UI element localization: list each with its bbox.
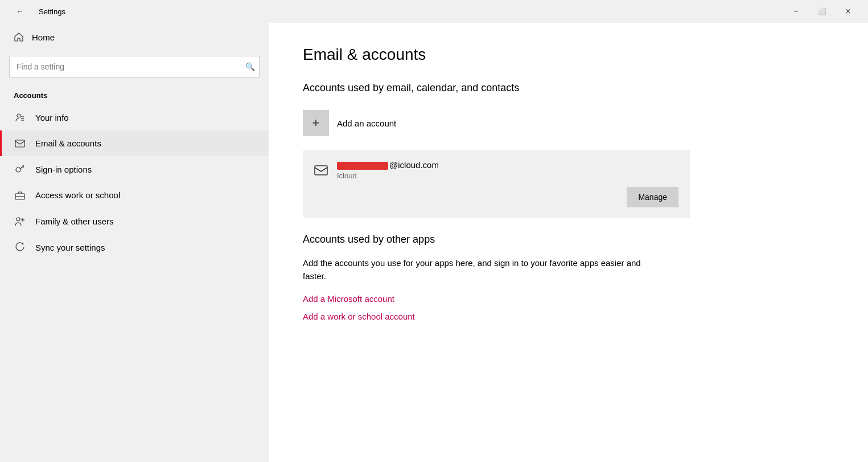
briefcase-icon <box>14 191 26 200</box>
sync-icon <box>14 242 26 252</box>
add-work-school-account-link[interactable]: Add a work or school account <box>303 312 415 321</box>
sidebar-item-sign-in-options[interactable]: Sign-in options <box>0 156 269 182</box>
email-suffix: @icloud.com <box>389 160 439 170</box>
back-icon: ← <box>17 7 23 15</box>
svg-point-5 <box>16 167 20 172</box>
minimize-button[interactable]: − <box>783 0 809 23</box>
sidebar: Home 🔍 Accounts Your info <box>0 23 269 462</box>
account-info: @icloud.com Icloud <box>337 160 678 180</box>
account-email: @icloud.com <box>337 160 678 170</box>
section1-title: Accounts used by email, calendar, and co… <box>303 82 834 94</box>
accounts-section-label: Accounts <box>0 87 269 104</box>
section2-desc: Add the accounts you use for your apps h… <box>303 257 656 283</box>
icloud-account-card: @icloud.com Icloud Manage <box>303 150 690 218</box>
add-microsoft-account-link[interactable]: Add a Microsoft account <box>303 294 394 304</box>
section2-title: Accounts used by other apps <box>303 234 834 246</box>
add-account-label: Add an account <box>337 118 396 128</box>
account-card-top: @icloud.com Icloud <box>314 160 678 180</box>
sidebar-item-email-accounts-label: Email & accounts <box>35 138 101 148</box>
svg-point-0 <box>17 114 20 117</box>
sidebar-item-home[interactable]: Home <box>0 23 269 51</box>
restore-icon: ⬜ <box>818 7 826 15</box>
section2-divider: Accounts used by other apps <box>303 234 834 246</box>
search-input[interactable] <box>9 56 260 77</box>
account-type: Icloud <box>337 171 678 180</box>
back-button[interactable]: ← <box>7 0 33 23</box>
titlebar-controls: − ⬜ ✕ <box>783 0 861 23</box>
sidebar-item-access-work-school-label: Access work or school <box>35 190 120 200</box>
titlebar: ← Settings − ⬜ ✕ <box>0 0 868 23</box>
sidebar-item-your-info-label: Your info <box>35 113 69 122</box>
page-title: Email & accounts <box>303 46 834 64</box>
main-layout: Home 🔍 Accounts Your info <box>0 23 868 462</box>
titlebar-title: Settings <box>39 7 65 16</box>
sidebar-item-sync-settings[interactable]: Sync your settings <box>0 234 269 260</box>
restore-button[interactable]: ⬜ <box>809 0 835 23</box>
person-lines-icon <box>14 112 26 122</box>
close-button[interactable]: ✕ <box>835 0 861 23</box>
manage-button[interactable]: Manage <box>627 187 678 207</box>
search-box: 🔍 <box>9 56 260 77</box>
mail-icon <box>314 165 328 176</box>
svg-rect-4 <box>15 140 24 147</box>
titlebar-left: ← Settings <box>7 0 65 23</box>
key-icon <box>14 164 26 174</box>
content-area: Email & accounts Accounts used by email,… <box>269 23 868 462</box>
sidebar-item-your-info[interactable]: Your info <box>0 104 269 130</box>
minimize-icon: − <box>793 7 797 15</box>
home-icon <box>14 32 24 42</box>
svg-rect-11 <box>315 166 327 175</box>
sidebar-item-sign-in-options-label: Sign-in options <box>35 165 92 174</box>
email-icon <box>14 139 26 148</box>
sidebar-item-sync-settings-label: Sync your settings <box>35 243 105 252</box>
sidebar-item-access-work-school[interactable]: Access work or school <box>0 182 269 208</box>
sidebar-item-family-other-users[interactable]: Family & other users <box>0 208 269 234</box>
sidebar-item-email-accounts[interactable]: Email & accounts <box>0 130 269 156</box>
svg-point-8 <box>17 218 20 221</box>
search-button[interactable]: 🔍 <box>245 62 255 71</box>
sidebar-home-label: Home <box>32 32 55 42</box>
person-add-icon <box>14 216 26 226</box>
plus-icon: + <box>303 110 329 136</box>
sidebar-item-family-other-users-label: Family & other users <box>35 216 114 226</box>
add-account-button[interactable]: + Add an account <box>303 105 834 141</box>
redacted-email <box>337 162 388 170</box>
close-icon: ✕ <box>845 7 851 15</box>
search-icon: 🔍 <box>245 62 255 71</box>
